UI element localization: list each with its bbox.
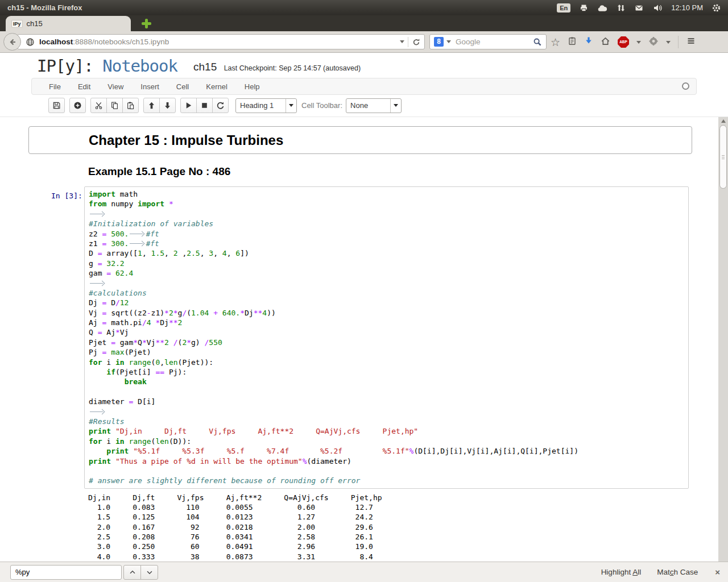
code-line: break <box>89 377 688 386</box>
code-line <box>89 387 688 397</box>
code-line <box>89 209 688 219</box>
keyboard-layout-indicator[interactable]: En <box>557 3 570 13</box>
code-line: Dj = D/12 <box>89 298 688 307</box>
home-icon[interactable] <box>601 36 610 48</box>
select-arrow-zone <box>390 99 401 113</box>
menu-kernel[interactable]: Kernel <box>206 82 228 91</box>
cloud-sync-icon[interactable] <box>597 3 608 13</box>
code-editor[interactable]: import mathfrom numpy import *#Initializ… <box>84 186 689 489</box>
code-line: print "Thus a pipe of %d in will be the … <box>89 456 688 466</box>
play-icon <box>184 101 193 110</box>
copy-cell-button[interactable] <box>106 98 123 113</box>
logo-name: Notebook <box>102 56 177 76</box>
close-find-bar-button[interactable]: × <box>714 567 720 577</box>
save-button[interactable] <box>48 98 65 113</box>
gear-icon[interactable] <box>712 3 721 13</box>
code-line: import math <box>89 189 688 199</box>
tab-ch15[interactable]: IPy ch15 <box>6 16 131 31</box>
match-case-button[interactable]: Match Case <box>657 568 698 576</box>
url-dropdown-caret[interactable] <box>400 40 404 43</box>
adblock-caret[interactable] <box>636 41 641 44</box>
restart-icon <box>216 101 225 110</box>
highlight-all-button[interactable]: Highlight All <box>601 568 642 576</box>
window-title: ch15 - Mozilla Firefox <box>0 3 82 12</box>
code-line: for i in range(len(D)): <box>89 436 688 446</box>
code-line <box>89 466 688 476</box>
bookmark-star-icon[interactable]: ☆ <box>551 37 560 48</box>
output-text: Dj,in Dj,ft Vj,fps Aj,ft**2 Q=AjVj,cfs P… <box>88 493 718 562</box>
search-icon[interactable] <box>533 38 542 47</box>
adblock-plus-icon[interactable]: ABP <box>618 36 629 48</box>
example-heading[interactable]: Example 15.1 Page No : 486 <box>88 165 718 178</box>
code-line: Pjet = gam*Q*Vj**2 /(2*g) /550 <box>89 338 688 347</box>
menu-help[interactable]: Help <box>245 82 260 91</box>
chevron-down-icon <box>146 568 154 576</box>
printer-icon[interactable] <box>579 3 589 13</box>
page-scrollbar[interactable] <box>718 117 728 562</box>
run-cell-button[interactable] <box>180 98 197 113</box>
navigation-bar: localhost:8888/notebooks/ch15.ipynb 8 Go… <box>0 31 728 53</box>
cell-type-value: Heading 1 <box>240 101 274 110</box>
code-cell: In [3]: import mathfrom numpy import *#I… <box>0 186 718 562</box>
menu-view[interactable]: View <box>107 82 123 91</box>
url-path: :8888/notebooks/ch15.ipynb <box>73 38 169 46</box>
menu-edit[interactable]: Edit <box>78 82 90 91</box>
find-options: Highlight All Match Case × <box>601 567 728 577</box>
code-line: Vj = sqrt((z2-z1)*2*g/(1.04 + 640.*Dj**4… <box>89 308 688 318</box>
notebook-cells-area: Chapter 15 : Impulse Turbines Example 15… <box>0 117 718 562</box>
cell-toolbar-select[interactable]: None <box>346 98 402 113</box>
restart-kernel-button[interactable] <box>212 98 229 113</box>
search-placeholder: Google <box>456 38 481 46</box>
mail-icon[interactable] <box>634 3 644 13</box>
ipython-logo[interactable]: IP[y]: Notebook <box>37 56 177 76</box>
plus-circle-icon <box>73 101 82 110</box>
add-cell-button[interactable] <box>69 98 86 113</box>
url-bar[interactable]: localhost:8888/notebooks/ch15.ipynb <box>17 34 425 49</box>
volume-icon[interactable] <box>652 3 663 13</box>
output-area: Dj,in Dj,ft Vj,fps Aj,ft**2 Q=AjVj,cfs P… <box>88 493 718 562</box>
menu-cell[interactable]: Cell <box>176 82 189 91</box>
cell-toolbar-value: None <box>350 101 368 110</box>
code-line: #Results <box>89 417 688 426</box>
bookmarks-sidebar-icon[interactable] <box>568 36 577 48</box>
extension-caret[interactable] <box>666 41 671 44</box>
code-line: diameter = D[i] <box>89 397 688 406</box>
find-next-button[interactable] <box>140 565 158 580</box>
cell-type-select[interactable]: Heading 1 <box>235 98 297 113</box>
logo-ip: IP[y]: <box>37 56 102 76</box>
code-line: Pj = max(Pjet) <box>89 347 688 357</box>
window-titlebar: ch15 - Mozilla Firefox En 12:10 PM <box>0 0 728 15</box>
find-previous-button[interactable] <box>123 565 141 580</box>
menu-insert[interactable]: Insert <box>140 82 159 91</box>
find-bar: Highlight All Match Case × <box>0 562 728 582</box>
scrollbar-thumb[interactable] <box>719 125 727 189</box>
network-updown-icon[interactable] <box>617 3 626 13</box>
heading-cell-selected[interactable]: Chapter 15 : Impulse Turbines <box>28 126 692 154</box>
code-line: for i in range(0,len(Pjet)): <box>89 357 688 367</box>
notebook-menu: FileEditViewInsertCellKernelHelp <box>31 78 697 95</box>
new-tab-button[interactable] <box>141 18 151 28</box>
search-engine-caret[interactable] <box>446 40 451 43</box>
paste-cell-button[interactable] <box>122 98 139 113</box>
url-text: localhost:8888/notebooks/ch15.ipynb <box>39 38 169 46</box>
move-cell-down-button[interactable] <box>159 98 176 113</box>
find-input[interactable] <box>10 565 122 580</box>
menu-file[interactable]: File <box>49 82 61 91</box>
interrupt-kernel-button[interactable] <box>196 98 213 113</box>
code-line: #calculations <box>89 288 688 298</box>
move-cell-up-button[interactable] <box>143 98 160 113</box>
search-bar[interactable]: 8 Google <box>429 34 547 49</box>
extension-icon[interactable] <box>648 36 659 48</box>
code-line: #Initialization of variables <box>89 219 688 228</box>
clock[interactable]: 12:10 PM <box>671 3 703 12</box>
back-button[interactable] <box>3 33 21 51</box>
downloads-icon[interactable] <box>584 36 593 48</box>
reload-icon[interactable] <box>412 38 421 47</box>
code-line: from numpy import * <box>89 199 688 209</box>
notebook-page: IP[y]: Notebook ch15 Last Checkpoint: Se… <box>0 53 728 562</box>
notebook-title[interactable]: ch15 <box>193 61 217 73</box>
cut-cell-button[interactable] <box>90 98 107 113</box>
scrollbar-up-icon[interactable] <box>721 119 726 123</box>
menu-hamburger-icon[interactable] <box>686 36 696 48</box>
back-arrow-icon <box>8 38 17 47</box>
